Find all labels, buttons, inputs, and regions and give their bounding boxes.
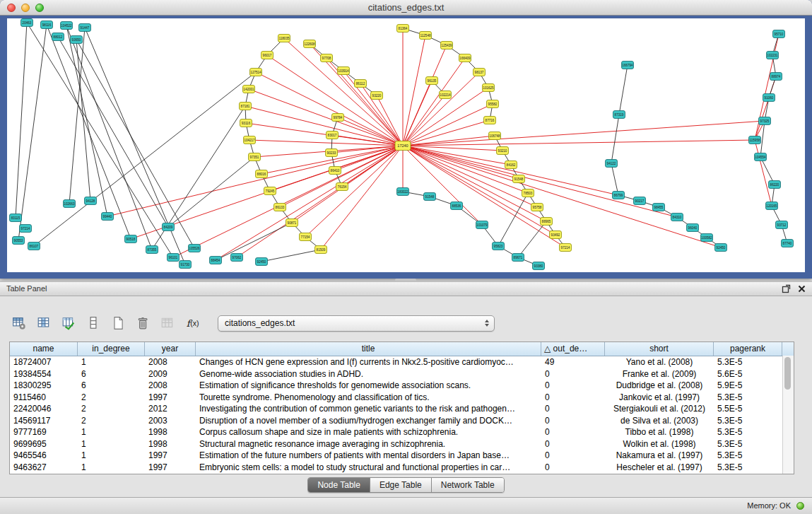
graph-node[interactable]: 142001 <box>243 86 255 93</box>
graph-node[interactable]: 96017 <box>261 52 273 59</box>
graph-node[interactable]: 77154 <box>300 233 312 241</box>
graph-node[interactable]: 87319 <box>613 111 625 119</box>
graph-node[interactable]: 102214 <box>440 91 452 99</box>
graph-node[interactable]: 93492 <box>550 231 562 239</box>
graph-node[interactable]: 91447 <box>79 24 91 32</box>
graph-node[interactable]: 98137 <box>473 69 486 76</box>
tab-edge-table[interactable]: Edge Table <box>370 478 432 492</box>
column-header-name[interactable]: name <box>10 342 78 356</box>
graph-node[interactable]: 101079 <box>476 221 488 229</box>
graph-node[interactable]: 84209 <box>163 223 175 231</box>
table-row[interactable]: 1872400712008Changes of HCN gene express… <box>10 356 794 368</box>
graph-node[interactable]: 91548 <box>424 193 436 201</box>
minimize-button[interactable] <box>21 4 30 12</box>
graph-node[interactable]: 79245 <box>264 187 276 195</box>
citation-network-graph[interactable]: 1724011803596017127514142001871819311610… <box>7 18 805 272</box>
graph-node[interactable]: 86410 <box>329 167 341 175</box>
graph-node[interactable]: 95582 <box>487 100 499 108</box>
graph-node[interactable]: 102231 <box>767 52 779 59</box>
graph-node[interactable]: 90233 <box>326 149 338 157</box>
column-header-year[interactable]: year <box>145 342 196 356</box>
graph-node[interactable]: 96101 <box>167 254 180 262</box>
table-row[interactable]: 1456911722003Disruption of a novel membe… <box>10 415 794 427</box>
graph-node[interactable]: 120165 <box>766 202 778 210</box>
network-canvas[interactable]: 1724011803596017127514142001871819311610… <box>7 18 805 272</box>
graph-node[interactable]: 90518 <box>125 235 137 243</box>
graph-node[interactable]: 166409 <box>459 54 471 62</box>
graph-node[interactable]: 97214 <box>20 225 32 233</box>
graph-node[interactable]: 86133 <box>274 204 286 211</box>
graph-node[interactable]: 94122 <box>606 160 618 168</box>
graph-node[interactable]: 90217 <box>634 197 646 205</box>
graph-node[interactable]: 127514 <box>250 69 262 76</box>
column-header-in_degree[interactable]: in_degree <box>78 342 145 356</box>
table-row[interactable]: 969969511998Structural magnetic resonanc… <box>10 438 794 450</box>
vertical-scrollbar[interactable] <box>782 356 794 474</box>
graph-node[interactable]: 104554 <box>755 153 767 161</box>
table-row[interactable]: 1830029562008Estimation of significance … <box>10 380 794 392</box>
graph-node[interactable]: 95758 <box>531 204 543 211</box>
graph-node[interactable]: 88965 <box>541 218 553 226</box>
graph-node[interactable]: 99784 <box>332 114 344 122</box>
graph-node[interactable]: 102663 <box>64 200 76 208</box>
graph-node[interactable]: 96135 <box>426 77 438 85</box>
graph-node[interactable]: 99440 <box>102 213 114 221</box>
graph-node[interactable]: 78503 <box>522 189 534 197</box>
graph-node[interactable]: 86107 <box>28 243 40 250</box>
graph-node[interactable]: 90553 <box>13 237 25 245</box>
graph-node[interactable]: 93116 <box>240 119 252 127</box>
table-row[interactable]: 1938455462009Genome-wide association stu… <box>10 368 794 380</box>
table-row[interactable]: 2242004622012Investigating the contribut… <box>10 403 794 415</box>
tab-network-table[interactable]: Network Table <box>432 478 504 492</box>
delete-icon[interactable] <box>134 314 152 332</box>
graph-node[interactable]: 97351 <box>249 153 261 161</box>
graph-node[interactable]: 20463 <box>21 19 33 27</box>
graph-node[interactable]: 86220 <box>769 181 781 189</box>
graph-node[interactable]: 88454 <box>210 257 222 264</box>
graph-node[interactable]: 112548 <box>420 32 432 40</box>
float-panel-icon[interactable] <box>782 284 791 293</box>
graph-node[interactable]: 125439 <box>441 42 453 49</box>
graph-node[interactable]: 183022 <box>397 188 409 196</box>
table-row[interactable]: 946554611997Estimation of the future num… <box>10 450 794 462</box>
graph-node[interactable]: 93220 <box>371 92 383 100</box>
graph-node[interactable]: 76154 <box>336 183 348 191</box>
graph-node[interactable]: 101625 <box>483 84 495 92</box>
graph-node[interactable]: 86799 <box>613 192 625 199</box>
scrollbar-thumb[interactable] <box>784 357 791 390</box>
graph-node[interactable]: 88016 <box>256 170 268 178</box>
graph-node[interactable]: 88974 <box>770 73 782 81</box>
graph-node[interactable]: 88536 <box>451 202 463 210</box>
graph-node[interactable]: 87181 <box>240 103 252 110</box>
zoom-button[interactable] <box>35 4 44 12</box>
graph-node[interactable]: 166794 <box>622 62 634 69</box>
graph-node[interactable]: 93650 <box>71 36 83 44</box>
function-builder-icon[interactable]: f(x) <box>183 314 201 332</box>
graph-node[interactable]: 104217 <box>244 136 256 144</box>
window-titlebar[interactable]: citations_edges.txt <box>0 0 812 16</box>
graph-node[interactable]: 93210 <box>497 147 509 155</box>
graph-node[interactable]: 95710 <box>773 30 785 38</box>
graph-node[interactable]: 91060 <box>763 94 775 102</box>
graph-node[interactable]: 92450 <box>715 244 727 252</box>
graph-node[interactable]: 84310 <box>671 214 683 221</box>
graph-node[interactable]: 122608 <box>304 40 316 48</box>
graph-node[interactable]: 97708 <box>321 54 333 62</box>
graph-node[interactable]: 95823 <box>493 243 505 250</box>
graph-node[interactable]: 93380 <box>533 262 545 270</box>
graph-node[interactable]: 106748 <box>489 132 501 140</box>
graph-node[interactable]: 91548 <box>513 175 525 183</box>
graph-node[interactable]: 98455 <box>653 204 665 211</box>
column-header-short[interactable]: short <box>605 342 714 356</box>
graph-node[interactable]: 87716 <box>484 117 496 124</box>
graph-node[interactable]: 103914 <box>338 67 350 75</box>
graph-node[interactable]: 84162 <box>505 161 517 169</box>
tab-node-table[interactable]: Node Table <box>308 478 370 492</box>
column-header-out_degree[interactable]: △ out_de… <box>541 342 605 356</box>
graph-node[interactable]: 96040 <box>687 224 699 232</box>
close-button[interactable] <box>7 4 16 12</box>
graph-node[interactable]: 81509 <box>315 246 327 254</box>
graph-node[interactable]: 93712 <box>776 221 788 229</box>
column-header-pagerank[interactable]: pagerank <box>714 342 782 356</box>
graph-node[interactable]: 81364 <box>397 25 409 33</box>
